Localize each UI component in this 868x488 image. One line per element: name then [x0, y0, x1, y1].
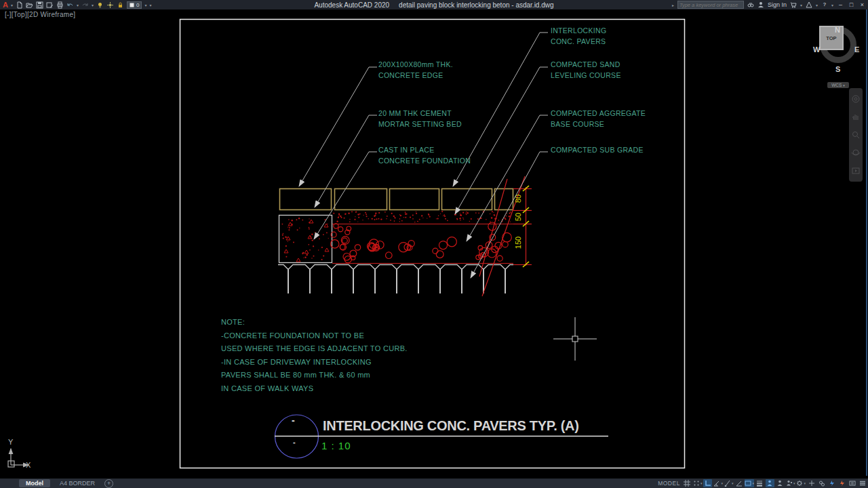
undo-chevron-icon[interactable]: ▾: [77, 3, 79, 7]
plot-icon[interactable]: [56, 1, 64, 9]
status-toggles: MODEL ▾ ▾ ▾ ▾ ▾ ▾: [658, 479, 867, 488]
apps-chevron-icon[interactable]: ▾: [816, 3, 818, 7]
orbit-icon[interactable]: [851, 148, 861, 157]
ortho-toggle-icon[interactable]: [703, 479, 712, 487]
osnap-toggle-icon[interactable]: ▾: [724, 479, 734, 487]
snap-chevron-icon[interactable]: ▾: [701, 481, 703, 485]
annotation-visibility-icon[interactable]: [766, 479, 774, 487]
drawing-canvas[interactable]: 80 50 150: [0, 9, 868, 479]
callout-line: COMPACTED AGGREGATE: [551, 108, 646, 119]
autocad-logo-icon[interactable]: A: [3, 1, 8, 9]
wcs-label: WCS: [831, 83, 842, 87]
title-bar: A ▾ ▾ ▾ 0 ▾ ▾ Autodesk AutoCAD 2020 deta…: [0, 0, 868, 9]
showmotion-icon[interactable]: [851, 166, 861, 176]
redo-chevron-icon[interactable]: ▾: [92, 3, 94, 7]
layer-value: 0: [136, 2, 139, 8]
viewcube-west[interactable]: W: [813, 45, 820, 54]
isodraft-angle-icon[interactable]: [734, 479, 743, 487]
layer-bulb-icon[interactable]: [96, 1, 104, 9]
viewcube-east[interactable]: E: [854, 45, 859, 54]
callout-line: COMPACTED SAND: [551, 60, 621, 70]
status-bar: Model A4 BORDER + MODEL ▾ ▾ ▾ ▾ ▾ ▾: [0, 479, 868, 488]
layer-dropdown[interactable]: 0: [127, 1, 142, 9]
app-store-cart-icon[interactable]: [790, 1, 797, 8]
callout-line: COMPACTED SUB GRADE: [551, 145, 644, 156]
tab-model[interactable]: Model: [19, 479, 50, 487]
callout-sand: COMPACTED SAND LEVELING COURSE: [551, 60, 621, 81]
viewport-controls-label[interactable]: [-][Top][2D Wireframe]: [5, 11, 75, 18]
annotation-monitor-icon[interactable]: [807, 479, 816, 487]
annotation-scale-chevron-icon[interactable]: ▾: [793, 481, 795, 485]
osnap-chevron-icon[interactable]: ▾: [732, 481, 734, 485]
callout-subgrade: COMPACTED SUB GRADE: [551, 145, 644, 156]
app-menu-chevron-icon[interactable]: ▾: [11, 3, 13, 7]
sign-in-label[interactable]: Sign In: [768, 1, 787, 8]
wcs-dropdown[interactable]: WCS ▾: [827, 82, 849, 88]
open-file-icon[interactable]: [26, 1, 33, 9]
maximize-button[interactable]: □: [848, 0, 855, 9]
layer-sun-icon[interactable]: [106, 1, 114, 9]
annotation-scale-icon[interactable]: ▾: [786, 479, 795, 487]
viewcube[interactable]: TOP N W E S WCS ▾: [811, 18, 865, 92]
viewcube-north[interactable]: N: [835, 26, 840, 34]
layer-dropdown-chevron-icon[interactable]: ▾: [144, 3, 146, 7]
snap-toggle-icon[interactable]: ▾: [693, 479, 703, 487]
lineweight-toggle-icon[interactable]: [755, 479, 764, 487]
isolate-objects-icon[interactable]: [817, 479, 826, 487]
palette-edge: [866, 9, 867, 476]
dynamic-input-icon[interactable]: ▾: [745, 479, 754, 487]
minimize-button[interactable]: –: [837, 0, 844, 9]
search-input[interactable]: [677, 1, 744, 9]
subgrade-symbol: [278, 265, 513, 294]
layout-tabs: Model A4 BORDER +: [19, 479, 113, 488]
quick-access-toolbar: A ▾ ▾ ▾ 0 ▾ ▾: [0, 1, 151, 9]
polar-tracking-icon[interactable]: ▾: [713, 479, 723, 487]
navigation-wheel-icon[interactable]: [851, 94, 861, 104]
workspace-gear-icon[interactable]: ▾: [796, 479, 806, 487]
dynamic-input-chevron-icon[interactable]: ▾: [752, 481, 754, 485]
callout-line: INTERLOCKING: [551, 26, 606, 37]
clean-screen-icon[interactable]: [848, 479, 856, 487]
note-line: NOTE:: [221, 316, 408, 329]
hardware-acceleration-icon[interactable]: [837, 479, 846, 487]
callout-aggregate: COMPACTED AGGREGATE BASE COURSE: [551, 108, 646, 129]
redo-icon[interactable]: [81, 1, 89, 9]
document-name: detail paving block interlocking beton -…: [399, 1, 553, 9]
detail-scale: 1 : 10: [321, 440, 351, 451]
callout-line: 200X100X80mm THK.: [378, 60, 453, 70]
pan-hand-icon[interactable]: [851, 113, 861, 122]
cart-chevron-icon[interactable]: ▾: [800, 3, 802, 7]
bubble-detail-number: -: [292, 415, 295, 426]
zoom-icon[interactable]: [851, 130, 861, 140]
autodesk-apps-icon[interactable]: [806, 1, 812, 8]
help-chevron-icon[interactable]: ▾: [831, 3, 833, 7]
workspace-chevron-icon[interactable]: ▾: [804, 481, 806, 485]
infocenter-collapse-icon[interactable]: ▸: [672, 3, 674, 7]
callout-line: MORTAR SETTING BED: [378, 119, 462, 130]
search-binoculars-icon[interactable]: [747, 1, 754, 8]
note-line: -CONCRETE FOUNDATION NOT TO BE: [221, 329, 408, 343]
grid-toggle-icon[interactable]: [683, 479, 692, 487]
polar-chevron-icon[interactable]: ▾: [721, 481, 723, 485]
layer-lock-icon[interactable]: [117, 1, 124, 9]
graphics-performance-icon[interactable]: [827, 479, 836, 487]
crosshair-cursor: [553, 317, 597, 361]
callout-line: CAST IN PLACE: [378, 145, 471, 156]
viewcube-south[interactable]: S: [835, 65, 840, 73]
callout-line: CONC. PAVERS: [551, 37, 606, 47]
qat-customize-icon[interactable]: ▾: [149, 3, 151, 7]
annotation-autoscale-icon[interactable]: [776, 479, 785, 487]
new-layout-button[interactable]: +: [104, 479, 113, 488]
close-button[interactable]: ×: [859, 0, 866, 9]
model-space-toggle[interactable]: MODEL: [658, 480, 680, 487]
customization-menu-icon[interactable]: [858, 479, 867, 487]
bubble-sheet-number: -: [293, 438, 296, 446]
tab-a4-border[interactable]: A4 BORDER: [53, 479, 102, 487]
sign-in-person-icon[interactable]: [757, 1, 764, 8]
callout-line: CONCRETE EDGE: [378, 70, 453, 81]
save-as-icon[interactable]: [46, 1, 54, 9]
save-icon[interactable]: [36, 1, 43, 9]
undo-icon[interactable]: [66, 1, 74, 9]
help-icon[interactable]: ?: [821, 1, 828, 8]
new-file-icon[interactable]: [16, 1, 23, 9]
